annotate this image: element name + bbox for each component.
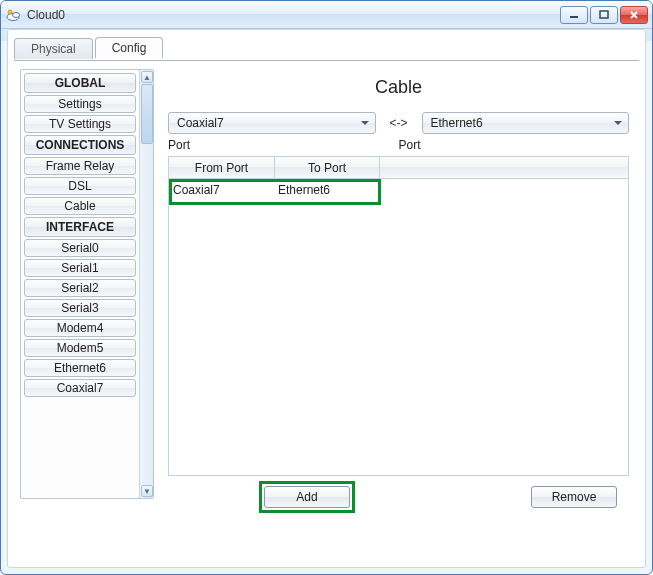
port-labels: Port Port	[168, 138, 629, 152]
sidebar-header-connections: CONNECTIONS	[24, 135, 136, 155]
tab-physical[interactable]: Physical	[14, 38, 93, 59]
window-buttons	[560, 6, 648, 24]
cell-to: Ethernet6	[274, 183, 379, 197]
to-port-value: Ethernet6	[431, 116, 483, 130]
sidebar-item-coaxial7[interactable]: Coaxial7	[24, 379, 136, 397]
main-panel: Cable Coaxial7 <-> Ethernet6 Port Port F…	[164, 69, 633, 555]
sidebar-item-serial1[interactable]: Serial1	[24, 259, 136, 277]
table-row[interactable]: Coaxial7 Ethernet6	[169, 179, 628, 201]
sidebar-item-modem5[interactable]: Modem5	[24, 339, 136, 357]
scroll-down-icon[interactable]: ▼	[141, 485, 153, 497]
cell-from: Coaxial7	[169, 183, 274, 197]
sidebar-item-cable[interactable]: Cable	[24, 197, 136, 215]
sidebar-item-ethernet6[interactable]: Ethernet6	[24, 359, 136, 377]
sidebar-item-serial0[interactable]: Serial0	[24, 239, 136, 257]
from-port-value: Coaxial7	[177, 116, 224, 130]
tab-body: GLOBAL Settings TV Settings CONNECTIONS …	[14, 60, 639, 561]
titlebar[interactable]: Cloud0	[1, 1, 652, 29]
scroll-thumb[interactable]	[141, 84, 153, 144]
sidebar-item-frame-relay[interactable]: Frame Relay	[24, 157, 136, 175]
svg-rect-4	[600, 11, 608, 18]
tab-config[interactable]: Config	[95, 37, 164, 58]
app-icon	[5, 7, 21, 23]
to-port-combo[interactable]: Ethernet6	[422, 112, 630, 134]
button-row: Add Remove	[168, 486, 629, 508]
window: Cloud0 Physical Config GLOBAL Settings T…	[0, 0, 653, 575]
sidebar-list: GLOBAL Settings TV Settings CONNECTIONS …	[21, 70, 139, 498]
from-port-combo[interactable]: Coaxial7	[168, 112, 376, 134]
content-area: Physical Config GLOBAL Settings TV Setti…	[7, 29, 646, 568]
remove-button[interactable]: Remove	[531, 486, 617, 508]
window-title: Cloud0	[27, 8, 560, 22]
col-from-port[interactable]: From Port	[169, 157, 274, 178]
scroll-up-icon[interactable]: ▲	[141, 71, 153, 83]
port-selection-row: Coaxial7 <-> Ethernet6	[168, 112, 629, 134]
panel-title: Cable	[164, 77, 633, 98]
add-button[interactable]: Add	[264, 486, 350, 508]
mapping-table: From Port To Port Coaxial7 Ethernet6	[168, 156, 629, 476]
sidebar-item-modem4[interactable]: Modem4	[24, 319, 136, 337]
close-button[interactable]	[620, 6, 648, 24]
sidebar-scrollbar[interactable]: ▲ ▼	[139, 70, 153, 498]
svg-rect-3	[570, 16, 578, 18]
minimize-button[interactable]	[560, 6, 588, 24]
col-spacer	[379, 157, 628, 178]
sidebar-item-tv-settings[interactable]: TV Settings	[24, 115, 136, 133]
svg-point-2	[8, 10, 12, 14]
sidebar-item-serial2[interactable]: Serial2	[24, 279, 136, 297]
port-label-left: Port	[168, 138, 399, 152]
sidebar-item-dsl[interactable]: DSL	[24, 177, 136, 195]
port-label-right: Port	[399, 138, 630, 152]
table-header: From Port To Port	[169, 157, 628, 179]
tab-strip: Physical Config	[14, 36, 645, 57]
sidebar-item-settings[interactable]: Settings	[24, 95, 136, 113]
svg-point-1	[13, 12, 20, 17]
sidebar-item-serial3[interactable]: Serial3	[24, 299, 136, 317]
col-to-port[interactable]: To Port	[274, 157, 379, 178]
sidebar: GLOBAL Settings TV Settings CONNECTIONS …	[20, 69, 154, 499]
sidebar-header-global: GLOBAL	[24, 73, 136, 93]
sidebar-header-interface: INTERFACE	[24, 217, 136, 237]
bidir-arrow-icon: <->	[386, 116, 412, 130]
maximize-button[interactable]	[590, 6, 618, 24]
